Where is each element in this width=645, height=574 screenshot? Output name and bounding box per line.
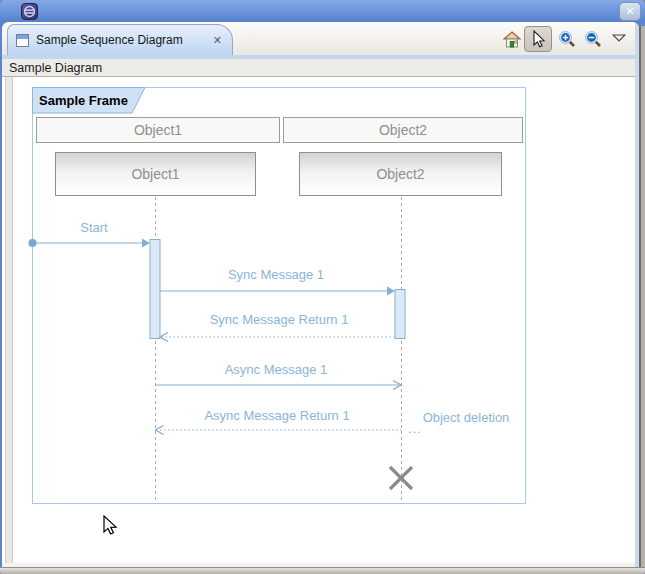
window-close-button[interactable]: ✕ xyxy=(619,2,641,21)
chevron-down-icon xyxy=(612,34,626,42)
message-label-async1[interactable]: Async Message 1 xyxy=(225,362,328,377)
window-right-shadow xyxy=(641,26,645,567)
tab-sample-sequence-diagram[interactable]: Sample Sequence Diagram ✕ xyxy=(7,24,233,55)
frame-label[interactable]: Sample Frame xyxy=(39,93,128,108)
editor-area: Sample Sequence Diagram ✕ xyxy=(2,22,639,567)
home-button[interactable] xyxy=(501,29,523,49)
diagram-title: Sample Diagram xyxy=(9,61,102,75)
diagram-header-bar: Sample Diagram xyxy=(2,59,639,77)
home-icon xyxy=(503,31,521,48)
select-tool-button[interactable] xyxy=(524,26,552,52)
editor-tabbar: Sample Sequence Diagram ✕ xyxy=(2,22,639,55)
message-label-start[interactable]: Start xyxy=(80,220,107,235)
window-titlebar[interactable]: ✕ xyxy=(0,0,645,22)
object-deletion-label[interactable]: Object deletion xyxy=(423,410,510,425)
lifeline-header-object2[interactable]: Object2 xyxy=(283,117,523,143)
lifeline-header-object1[interactable]: Object1 xyxy=(36,117,280,143)
message-label-async-return1[interactable]: Async Message Return 1 xyxy=(204,408,349,423)
tab-close-icon[interactable]: ✕ xyxy=(213,34,222,47)
diagram-document-icon xyxy=(16,34,29,47)
lifeline-box-object2[interactable]: Object2 xyxy=(299,152,502,196)
view-menu-button[interactable] xyxy=(610,32,628,44)
eclipse-glyph-icon xyxy=(22,4,37,19)
pointer-icon xyxy=(530,30,546,49)
tab-label: Sample Sequence Diagram xyxy=(36,33,206,47)
zoom-in-icon xyxy=(558,30,577,49)
message-label-sync-return1[interactable]: Sync Message Return 1 xyxy=(210,312,349,327)
application-window: ✕ Sample Sequence Diagram ✕ xyxy=(0,0,645,574)
zoom-in-button[interactable] xyxy=(555,28,579,50)
mouse-cursor-icon xyxy=(102,515,118,537)
diagram-canvas[interactable]: Object1 Object2 Object1 Object2 xyxy=(2,77,635,563)
canvas-left-gutter xyxy=(5,77,13,563)
message-label-sync1[interactable]: Sync Message 1 xyxy=(228,267,324,282)
zoom-out-icon xyxy=(584,30,603,49)
object-deletion-ellipsis: ... xyxy=(408,421,422,436)
zoom-out-button[interactable] xyxy=(581,28,605,50)
window-bottom-bar xyxy=(0,567,645,574)
lifeline-box-object1[interactable]: Object1 xyxy=(55,152,256,196)
eclipse-logo-icon xyxy=(21,3,38,20)
sequence-frame[interactable] xyxy=(32,87,526,504)
